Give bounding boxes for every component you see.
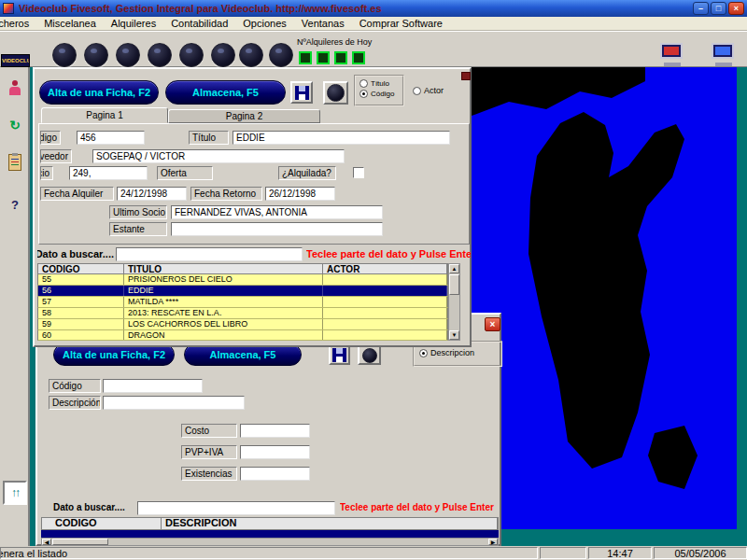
pvp-input[interactable] [240,445,310,459]
alquilada-checkbox[interactable] [353,167,364,178]
menu-ficheros[interactable]: Ficheros [0,18,36,29]
titulo-label: Título [189,131,229,145]
fichas-dialog: Alta de una Ficha, F2 Almacena, F5 Títul… [33,67,472,347]
window-title: Videoclub Fivesoft, Gestion Integral par… [19,3,691,14]
radio-descripcion-icon[interactable] [419,349,428,357]
col-actor: ACTOR [323,264,447,273]
dialog1-search-input[interactable] [116,247,303,261]
toolbar-icon-8[interactable] [269,43,293,67]
fivesoft-logo: VIDEOCLUB [1,54,30,67]
proveedor-input[interactable]: SOGEPAQ / VICTOR [92,149,345,163]
dialog1-save-button[interactable] [290,81,313,104]
dialog1-close-icon[interactable] [461,72,471,80]
status-message-panel: Genera el listado [0,547,538,559]
existencias-label: Existencias [181,467,237,481]
estante-input[interactable] [171,222,383,236]
radio-codigo-icon[interactable] [359,90,368,98]
table-row[interactable]: 59 LOS CACHORROS DEL LIBRO [37,319,448,330]
scroll-up-icon[interactable]: ▲ [449,264,459,273]
dialog1-sphere-button[interactable] [323,81,348,105]
toolbar-icon-7[interactable] [239,43,263,67]
titulo-input[interactable]: EDDIE [233,131,450,145]
precio-input[interactable]: 249, [69,166,148,180]
menu-bar: Ficheros Miscelanea Alquileres Contabili… [0,17,747,31]
proveedor-label: Proveedor [40,149,72,163]
menu-comprar-software[interactable]: Comprar Software [352,18,450,29]
articulo-descripcion-label: Descripción [49,396,101,410]
toolbar-icon-3[interactable] [116,43,140,67]
minimize-icon[interactable]: – [693,2,709,15]
codigo-input[interactable]: 456 [77,131,145,145]
costo-label: Costo [181,424,237,438]
sphere-icon [362,348,377,363]
computer-icon[interactable] [710,43,738,66]
estante-label: Estante [109,222,167,236]
table-row[interactable]: 58 2013: RESCATE EN L.A. [37,308,448,319]
toolbar-icon-2[interactable] [84,43,108,67]
rental-slot-2 [317,51,330,64]
status-empty-panel [540,547,586,559]
articulo-codigo-input[interactable] [103,379,203,393]
dialog2-sphere-button[interactable] [358,345,381,365]
menu-ventanas[interactable]: Ventanas [294,18,352,29]
scroll-right-icon[interactable]: ▶ [488,539,498,545]
menu-alquileres[interactable]: Alquileres [104,18,163,29]
title-bar[interactable]: Videoclub Fivesoft, Gestion Integral par… [0,0,747,17]
toolbar-icon-4[interactable] [148,43,172,67]
scroll-thumb[interactable] [52,539,108,545]
scroll-thumb[interactable] [449,274,459,295]
dialog2-h-scrollbar[interactable]: ◀ ▶ [41,538,499,546]
menu-miscelanea[interactable]: Miscelanea [36,18,104,29]
close-icon[interactable]: × [728,2,744,15]
articulo-descripcion-input[interactable] [103,396,245,410]
recycle-icon[interactable]: ↻ [4,114,26,136]
fichas-table-header: CODIGO TITULO ACTOR [37,263,448,274]
toolbar: VIDEOCLUB NºAlquileres de Hoy [0,31,747,67]
help-icon[interactable]: ? [4,193,26,216]
menu-contabilidad[interactable]: Contabilidad [163,18,235,29]
costo-input[interactable] [240,424,310,438]
radio-codigo[interactable]: Código [359,90,402,98]
computer-send-icon[interactable] [658,43,686,66]
clipboard-icon[interactable] [4,151,26,174]
status-time: 14:47 [588,547,652,559]
person-icon[interactable] [4,77,26,99]
fecha-alquiler-input[interactable]: 24/12/1998 [117,187,187,201]
toolbar-icon-6[interactable] [211,43,235,67]
table-row[interactable]: 60 DRAGON [37,330,448,341]
radio-descripcion[interactable]: Descripcion [419,348,500,357]
fecha-retorno-input[interactable]: 26/12/1998 [265,187,335,201]
fecha-alquiler-label: Fecha Alquiler [40,187,114,201]
col-codigo: CODIGO [38,264,124,273]
table-row[interactable]: 57 MATILDA **** [37,297,448,308]
dialog1-almacena-button[interactable]: Almacena, F5 [165,80,286,105]
table-row[interactable]: 55 PRISIONEROS DEL CIELO [37,274,448,286]
table-row-selected[interactable]: 56 EDDIE [37,286,448,297]
articulos-dialog: × Alta de una Ficha, F2 Almacena, F5 Des… [35,313,501,546]
toolbar-icon-5[interactable] [179,43,204,67]
ultimo-socio-input[interactable]: FERNANDEZ VIVAS, ANTONIA [171,205,383,219]
dialog2-save-button[interactable] [329,345,350,365]
rentals-today-label: NºAlquileres de Hoy [297,37,372,47]
status-date: 05/05/2006 [654,547,747,559]
rental-slot-4 [352,51,365,64]
dialog1-alta-button[interactable]: Alta de una Ficha, F2 [39,80,159,105]
toolbar-icon-1[interactable] [52,43,77,67]
radio-actor[interactable]: Actor [413,86,444,95]
existencias-input[interactable] [240,467,310,481]
scroll-left-icon[interactable]: ◀ [42,539,51,545]
exit-up-icon[interactable]: ↑↑ [3,481,27,505]
tab-pagina-1[interactable]: Pagina 1 [41,107,168,123]
dialog1-v-scrollbar[interactable]: ▲ ▼ [448,263,460,341]
scroll-down-icon[interactable]: ▼ [449,330,459,340]
dialog2-search-input[interactable] [137,501,335,515]
maximize-icon[interactable]: □ [711,2,726,15]
radio-titulo-icon[interactable] [359,79,368,88]
pvp-label: PVP+IVA [181,445,237,459]
tab-pagina-2[interactable]: Pagina 2 [168,109,320,123]
menu-opciones[interactable]: Opciones [235,18,293,29]
radio-actor-icon[interactable] [413,87,421,95]
codigo-label: Código [40,131,61,145]
dialog2-close-icon[interactable]: × [485,317,500,331]
radio-titulo[interactable]: Título [359,79,402,88]
